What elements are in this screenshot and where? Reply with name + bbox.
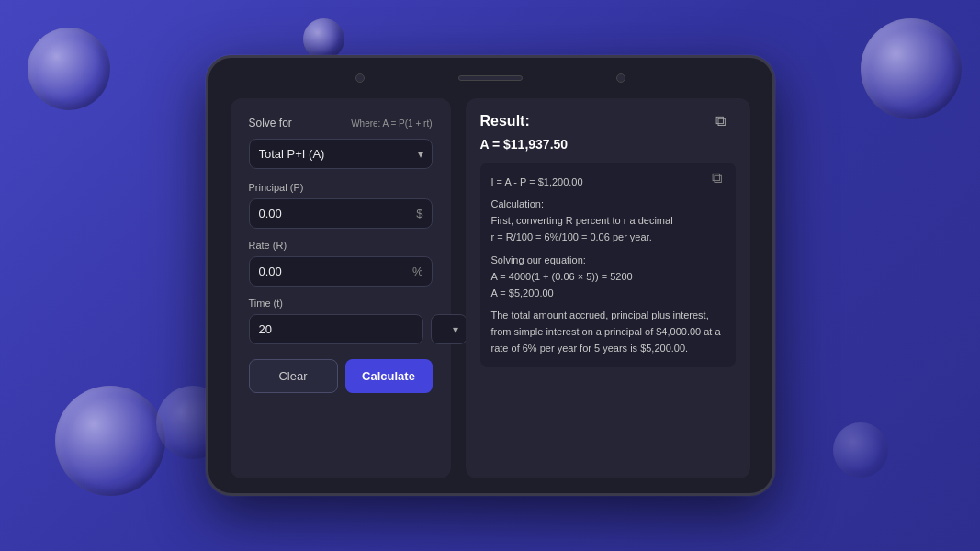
decorative-sphere-2 — [303, 18, 344, 60]
principal-input-wrapper: $ — [249, 198, 433, 229]
decorative-sphere-5 — [861, 18, 962, 119]
decorative-sphere-6 — [833, 422, 888, 478]
copy-detail-icon[interactable]: ⧉ — [712, 170, 728, 186]
tablet-camera — [355, 73, 365, 83]
time-label: Time (t) — [249, 298, 433, 309]
result-detail-line4: The total amount accrued, principal plus… — [491, 307, 725, 356]
principal-suffix: $ — [416, 207, 422, 220]
calculator-panel: Solve for Where: A = P(1 + rt) Total P+I… — [231, 98, 451, 478]
time-group: Time (t) Years Months Days ▾ — [249, 298, 433, 344]
result-detail-line3: Solving our equation:A = 4000(1 + (0.06 … — [491, 252, 725, 301]
tablet-content: Solve for Where: A = P(1 + rt) Total P+I… — [208, 98, 772, 493]
result-title: Result: — [480, 113, 530, 129]
result-detail-line1: I = A - P = $1,200.00 — [491, 174, 725, 190]
calculate-button[interactable]: Calculate — [345, 359, 433, 393]
result-detail-text: I = A - P = $1,200.00 Calculation:First,… — [491, 174, 725, 356]
result-header: Result: ⧉ — [480, 113, 736, 133]
rate-suffix: % — [412, 264, 423, 278]
decorative-sphere-3 — [55, 386, 165, 496]
time-unit-wrapper: Years Months Days ▾ — [431, 314, 467, 344]
time-unit-select[interactable]: Years Months Days — [431, 314, 467, 344]
formula-label: Where: A = P(1 + rt) — [351, 118, 432, 129]
principal-group: Principal (P) $ — [249, 182, 433, 229]
tablet-device: Solve for Where: A = P(1 + rt) Total P+I… — [206, 55, 775, 496]
result-detail-box: ⧉ I = A - P = $1,200.00 Calculation:Firs… — [480, 163, 736, 367]
solve-for-wrapper: Total P+I (A) Principal (P) Rate (R) Tim… — [249, 139, 433, 169]
copy-result-icon[interactable]: ⧉ — [715, 113, 736, 133]
result-detail-line2: Calculation:First, converting R percent … — [491, 196, 725, 245]
tablet-speaker — [458, 75, 523, 81]
clear-button[interactable]: Clear — [249, 359, 338, 393]
decorative-sphere-1 — [28, 28, 110, 110]
result-main-value: A = $11,937.50 — [480, 137, 736, 152]
time-input[interactable] — [249, 314, 423, 344]
rate-input[interactable] — [249, 256, 433, 287]
result-panel: Result: ⧉ A = $11,937.50 ⧉ I = A - P = $… — [466, 98, 750, 478]
rate-group: Rate (R) % — [249, 240, 433, 287]
button-row: Clear Calculate — [249, 359, 433, 393]
tablet-speaker-right — [616, 73, 625, 83]
solve-for-select[interactable]: Total P+I (A) Principal (P) Rate (R) Tim… — [249, 139, 433, 169]
solve-for-label: Solve for — [249, 117, 292, 129]
time-input-wrapper: Years Months Days ▾ — [249, 314, 433, 344]
principal-input[interactable] — [249, 198, 433, 229]
tablet-top-bar — [208, 58, 772, 98]
solve-for-header: Solve for Where: A = P(1 + rt) — [249, 117, 433, 129]
rate-input-wrapper: % — [249, 256, 433, 287]
principal-label: Principal (P) — [249, 182, 433, 193]
rate-label: Rate (R) — [249, 240, 433, 251]
